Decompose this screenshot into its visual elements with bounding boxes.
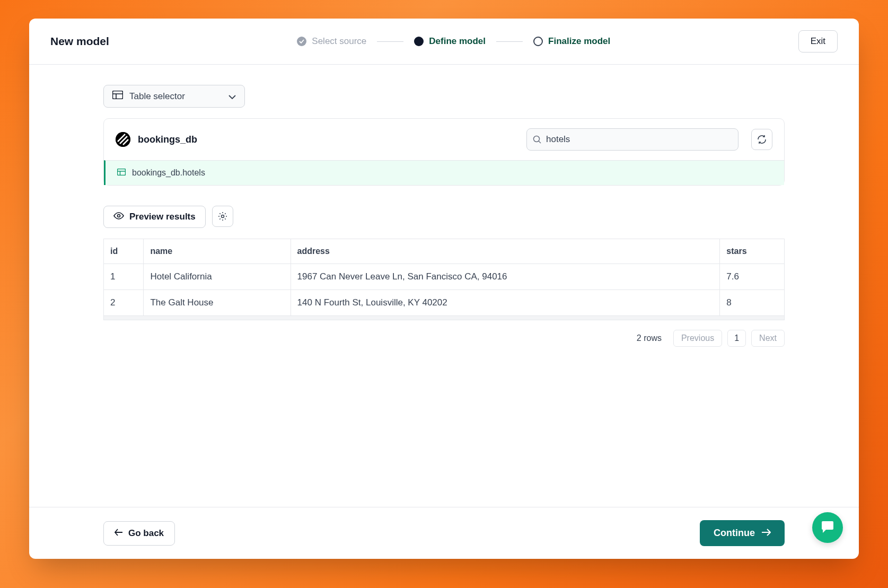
page-title: New model xyxy=(50,35,109,48)
svg-point-4 xyxy=(534,136,540,142)
table-row: 1 Hotel California 1967 Can Never Leave … xyxy=(104,264,785,290)
continue-button[interactable]: Continue xyxy=(700,520,785,546)
selector-label: Table selector xyxy=(129,91,185,102)
table-search-input[interactable] xyxy=(526,128,738,151)
next-page-button[interactable]: Next xyxy=(751,330,785,347)
cell-address: 1967 Can Never Leave Ln, San Fancisco CA… xyxy=(291,264,720,290)
cell-id: 1 xyxy=(104,264,144,290)
pagination: 2 rows Previous 1 Next xyxy=(103,330,785,347)
gear-icon xyxy=(218,212,227,221)
step-finalize-model: Finalize model xyxy=(533,36,610,47)
step-label: Select source xyxy=(312,36,366,47)
column-header: stars xyxy=(720,239,785,264)
svg-point-9 xyxy=(118,215,120,217)
search-wrapper xyxy=(526,128,738,151)
svg-line-5 xyxy=(539,141,541,143)
page-number-button[interactable]: 1 xyxy=(727,330,746,347)
chat-support-button[interactable] xyxy=(812,512,843,543)
svg-rect-6 xyxy=(118,169,126,175)
column-header: address xyxy=(291,239,720,264)
column-header: name xyxy=(144,239,291,264)
main-content: Table selector bookings_db xyxy=(29,65,859,507)
arrow-right-icon xyxy=(761,528,771,539)
footer-bar: Go back Continue xyxy=(29,507,859,559)
results-table: id name address stars 1 Hotel California… xyxy=(103,239,785,316)
step-divider xyxy=(496,41,523,42)
exit-button[interactable]: Exit xyxy=(798,30,838,52)
planetscale-logo-icon xyxy=(116,132,130,147)
svg-rect-0 xyxy=(113,91,123,99)
check-icon xyxy=(297,37,306,46)
chat-icon xyxy=(820,520,836,535)
previous-page-button[interactable]: Previous xyxy=(673,330,722,347)
search-icon xyxy=(533,135,541,144)
preview-results-button[interactable]: Preview results xyxy=(103,206,206,228)
table-list-item[interactable]: bookings_db.hotels xyxy=(104,160,784,185)
preview-label: Preview results xyxy=(129,212,196,222)
table-icon xyxy=(112,91,123,102)
step-select-source: Select source xyxy=(297,36,366,47)
arrow-left-icon xyxy=(115,528,123,539)
chevron-down-icon xyxy=(228,91,236,102)
step-label: Finalize model xyxy=(548,36,610,47)
stepper: Select source Define model Finalize mode… xyxy=(297,36,610,47)
column-header: id xyxy=(104,239,144,264)
table-icon xyxy=(117,168,126,178)
cell-id: 2 xyxy=(104,290,144,316)
cell-stars: 7.6 xyxy=(720,264,785,290)
table-path: bookings_db.hotels xyxy=(132,168,205,178)
refresh-button[interactable] xyxy=(751,129,772,150)
cell-stars: 8 xyxy=(720,290,785,316)
database-name: bookings_db xyxy=(138,134,519,145)
database-header: bookings_db xyxy=(104,119,784,160)
table-footer-bar xyxy=(103,316,785,320)
table-header-row: id name address stars xyxy=(104,239,785,264)
eye-icon xyxy=(113,212,124,222)
table-row: 2 The Galt House 140 N Fourth St, Louisv… xyxy=(104,290,785,316)
circle-icon xyxy=(533,37,543,46)
dot-icon xyxy=(414,37,424,46)
settings-button[interactable] xyxy=(212,206,233,227)
refresh-icon xyxy=(757,135,767,144)
step-divider xyxy=(377,41,403,42)
row-count: 2 rows xyxy=(637,334,662,343)
database-panel: bookings_db bookings_db.hotels xyxy=(103,118,785,186)
modal-window: New model Select source Define model Fin… xyxy=(29,19,859,559)
go-back-button[interactable]: Go back xyxy=(103,521,175,546)
table-selector-dropdown[interactable]: Table selector xyxy=(103,85,245,108)
step-label: Define model xyxy=(429,36,486,47)
continue-label: Continue xyxy=(714,528,755,539)
svg-point-10 xyxy=(221,215,224,218)
cell-address: 140 N Fourth St, Louisville, KY 40202 xyxy=(291,290,720,316)
back-label: Go back xyxy=(128,528,164,539)
header-bar: New model Select source Define model Fin… xyxy=(29,19,859,65)
step-define-model: Define model xyxy=(414,36,486,47)
cell-name: Hotel California xyxy=(144,264,291,290)
action-row: Preview results xyxy=(103,206,785,228)
cell-name: The Galt House xyxy=(144,290,291,316)
